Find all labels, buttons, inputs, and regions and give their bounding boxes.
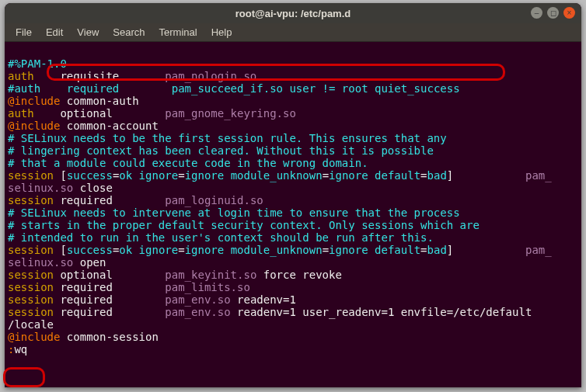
txt: pam_nologin.so [165, 70, 256, 82]
txt: [ [54, 244, 67, 256]
txt: session [8, 306, 54, 318]
txt: = [178, 244, 184, 256]
txt: ignore default [329, 244, 420, 256]
txt: required [54, 306, 165, 318]
txt: readenv=1 user_readenv=1 envfile=/etc/de… [231, 306, 532, 318]
txt: bad [427, 169, 447, 182]
txt: session [8, 281, 54, 293]
txt: auth [8, 70, 34, 82]
txt: success [67, 169, 113, 182]
txt: optional [54, 269, 165, 281]
txt: ok ignore [119, 244, 178, 256]
txt: @include [8, 331, 60, 343]
txt: session [8, 194, 54, 206]
txt: bad [427, 244, 447, 256]
menu-view[interactable]: View [71, 25, 105, 40]
menu-file[interactable]: File [9, 25, 38, 40]
txt: = [323, 244, 329, 256]
vim-cmd[interactable]: wq [14, 343, 27, 356]
terminal-window: root@ai-vpu: /etc/pam.d – ◻ × File Edit … [5, 3, 581, 387]
txt: session [8, 269, 54, 281]
txt: = [178, 169, 184, 182]
txt: auth [8, 107, 34, 120]
txt: # starts in the proper default security … [8, 219, 480, 231]
txt: pam_keyinit.so [165, 269, 256, 281]
txt: = [420, 244, 427, 256]
window-title: root@ai-vpu: /etc/pam.d [235, 8, 351, 19]
txt: session [8, 293, 54, 306]
txt: # that a module could execute code in th… [8, 157, 368, 169]
txt: selinux.so [8, 256, 73, 269]
txt: @include [8, 120, 60, 132]
txt: required [54, 281, 165, 293]
txt: pam_ [525, 244, 552, 256]
txt: ok ignore [119, 169, 178, 182]
txt: # SELinux needs to be the first session … [8, 132, 447, 144]
menu-edit[interactable]: Edit [40, 25, 69, 40]
txt: selinux.so [8, 182, 73, 194]
menu-search[interactable]: Search [106, 25, 151, 40]
txt: common-account [60, 120, 158, 132]
titlebar[interactable]: root@ai-vpu: /etc/pam.d – ◻ × [5, 3, 581, 23]
txt: # intended to run in the user's context … [8, 231, 434, 244]
txt: # SELinux needs to intervene at login ti… [8, 206, 460, 219]
txt: force revoke [256, 269, 342, 281]
menu-help[interactable]: Help [205, 25, 239, 40]
window-controls: – ◻ × [531, 7, 575, 19]
txt: auth required pam_succeed_if.so user != … [14, 82, 459, 95]
txt: /locale [8, 318, 54, 331]
txt: pam_ [525, 169, 552, 182]
txt: ignore default [329, 169, 420, 182]
txt: pam_limits.so [165, 281, 250, 293]
menu-terminal[interactable]: Terminal [153, 25, 204, 40]
txt: ] [447, 244, 525, 256]
txt: = [420, 169, 427, 182]
txt: readenv=1 [231, 293, 296, 306]
txt: [ [54, 169, 67, 182]
terminal-area[interactable]: #%PAM-1.0 auth requisite pam_nologin.so … [5, 42, 581, 387]
txt: open [73, 256, 106, 269]
txt: ] [447, 169, 525, 182]
txt: pam_loginuid.so [165, 194, 263, 206]
txt: common-session [60, 331, 158, 343]
txt: requisite [34, 70, 166, 82]
txt: session [8, 169, 54, 182]
txt: @include [8, 95, 60, 107]
txt: close [73, 182, 113, 194]
txt: pam_gnome_keyring.so [165, 107, 296, 120]
txt: pam_env.so [165, 306, 230, 318]
txt: # lingering context has been cleared. Wi… [8, 144, 434, 157]
txt: session [8, 244, 54, 256]
txt: ignore module_unknown [185, 169, 323, 182]
txt: common-auth [60, 95, 138, 107]
txt: ignore module_unknown [185, 244, 323, 256]
txt: = [323, 169, 329, 182]
menubar: File Edit View Search Terminal Help [5, 23, 581, 42]
txt: required [54, 293, 165, 306]
minimize-icon[interactable]: – [531, 7, 542, 19]
txt: pam_env.so [165, 293, 230, 306]
maximize-icon[interactable]: ◻ [547, 7, 559, 19]
txt: required [54, 194, 165, 206]
close-icon[interactable]: × [563, 7, 575, 19]
txt: success [67, 244, 113, 256]
txt: optional [34, 107, 166, 120]
txt: #%PAM-1.0 [8, 57, 67, 70]
